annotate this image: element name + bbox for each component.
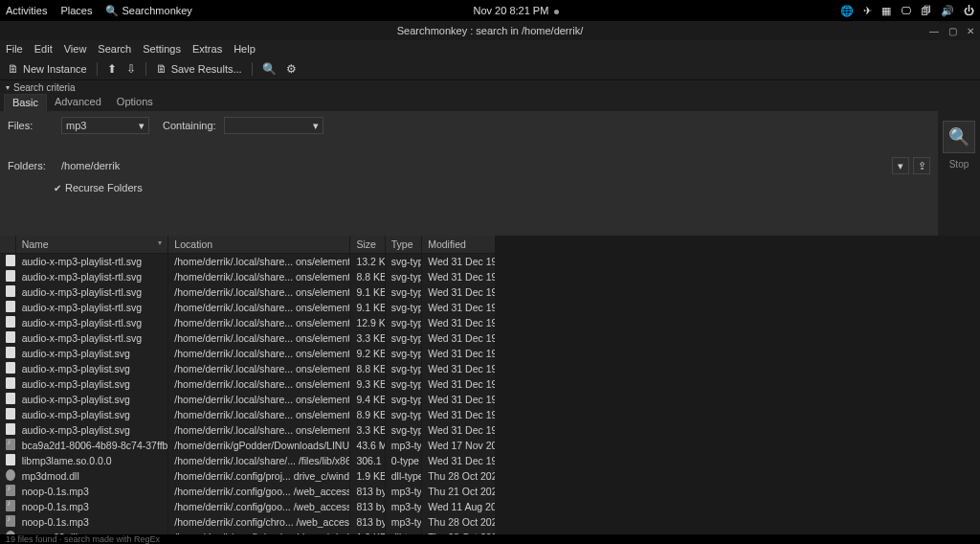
search-criteria-header[interactable]: ▾ Search criteria: [0, 80, 980, 94]
table-row[interactable]: audio-x-mp3-playlist-rtl.svg/home/derrik…: [0, 300, 496, 315]
tray-icon-5[interactable]: 🔊: [941, 5, 954, 17]
search-icon[interactable]: 🔍: [262, 62, 277, 76]
tray-icon-0[interactable]: 🌐: [840, 5, 854, 17]
window-close-button[interactable]: ✕: [967, 26, 974, 36]
cell-size: 9.2 KB: [350, 346, 385, 361]
cell-location: /home/derrik/.local/share... ons/element…: [168, 284, 350, 300]
tab-basic[interactable]: Basic: [4, 94, 47, 111]
file-icon: [6, 316, 15, 328]
cell-name: audio-x-mp3-playlist-rtl.svg: [15, 254, 168, 270]
app-menu[interactable]: 🔍 Searchmonkey: [105, 5, 191, 17]
import-icon[interactable]: ⬆: [107, 62, 117, 76]
tray-icon-1[interactable]: ✈: [863, 5, 872, 17]
tray-icon-6[interactable]: ⏻: [964, 5, 974, 16]
col-location[interactable]: Location: [168, 236, 350, 254]
preview-pane: [501, 236, 980, 534]
files-combo[interactable]: mp3 ▾: [61, 117, 149, 134]
table-row[interactable]: audio-x-mp3-playlist.svg/home/derrik/.lo…: [0, 422, 496, 438]
cell-location: /home/derrik/.local/share... ons/element…: [168, 315, 350, 330]
system-tray[interactable]: 🌐✈▦🖵🗐🔊⏻: [840, 5, 974, 17]
save-results-button[interactable]: 🗎 Save Results...: [156, 62, 242, 76]
table-row[interactable]: noop-0.1s.mp3/home/derrik/.config/goo...…: [0, 484, 496, 499]
cell-size: 813 bytes: [350, 499, 385, 514]
criteria-panel: Files: mp3 ▾ Containing: ▾ Folders: /hom…: [0, 111, 938, 236]
tab-advanced[interactable]: Advanced: [47, 94, 109, 111]
cell-size: 813 bytes: [350, 484, 385, 499]
table-row[interactable]: audio-x-mp3-playlist.svg/home/derrik/.lo…: [0, 407, 496, 422]
cell-type: svg-type: [385, 392, 421, 407]
cell-modified: Wed 31 Dec 1969 07: [422, 407, 496, 422]
cell-modified: Wed 31 Dec 1969 07: [422, 346, 496, 361]
clock[interactable]: Nov 20 8:21 PM: [192, 5, 840, 16]
menu-help[interactable]: Help: [234, 43, 256, 55]
cell-size: 43.6 MB: [350, 438, 385, 453]
table-row[interactable]: audio-x-mp3-playlist-rtl.svg/home/derrik…: [0, 330, 496, 346]
table-row[interactable]: bca9a2d1-8006-4b89-8c74-37ffbc17c082.mp3…: [0, 438, 496, 453]
cell-modified: Wed 31 Dec 1969 07: [422, 254, 496, 270]
cell-modified: Thu 28 Oct 2021 11:1: [422, 514, 496, 530]
col-size[interactable]: Size: [350, 236, 385, 254]
activities-button[interactable]: Activities: [6, 5, 47, 16]
table-row[interactable]: mp3dmod.dll/home/derrik/.config/proj... …: [0, 468, 496, 484]
menu-settings[interactable]: Settings: [143, 43, 181, 55]
menu-view[interactable]: View: [64, 43, 87, 55]
folder-browse-button[interactable]: ⇪: [913, 157, 930, 174]
table-row[interactable]: audio-x-mp3-playlist.svg/home/derrik/.lo…: [0, 392, 496, 407]
cell-type: svg-type: [385, 269, 421, 284]
menu-search[interactable]: Search: [98, 43, 131, 55]
cell-location: /home/derrik/.local/share... ons/element…: [168, 407, 350, 422]
cell-location: /home/derrik/.config/goo... /web_accessi…: [168, 484, 350, 499]
export-icon[interactable]: ⇩: [126, 62, 136, 76]
col-name[interactable]: Name▾: [15, 236, 168, 254]
results-table[interactable]: Name▾ Location Size Type Modified audio-…: [0, 236, 496, 534]
window-titlebar[interactable]: Searchmonkey : search in /home/derrik/ —…: [0, 21, 980, 40]
tab-options[interactable]: Options: [109, 94, 161, 111]
col-modified[interactable]: Modified: [422, 236, 496, 254]
cell-size: 13.2 KB: [350, 254, 385, 270]
table-row[interactable]: audio-x-mp3-playlist-rtl.svg/home/derrik…: [0, 254, 496, 270]
table-row[interactable]: audio-x-mp3-playlist-rtl.svg/home/derrik…: [0, 269, 496, 284]
table-row[interactable]: audio-x-mp3-playlist-rtl.svg/home/derrik…: [0, 284, 496, 300]
table-row[interactable]: audio-x-mp3-playlist-rtl.svg/home/derrik…: [0, 315, 496, 330]
cell-name: noop-0.1s.mp3: [15, 484, 168, 499]
tray-icon-4[interactable]: 🗐: [921, 5, 931, 16]
table-row[interactable]: noop-0.1s.mp3/home/derrik/.config/goo...…: [0, 499, 496, 514]
new-instance-button[interactable]: 🗎 New Instance: [8, 62, 87, 76]
cell-type: mp3-type: [385, 499, 421, 514]
table-row[interactable]: audio-x-mp3-playlist.svg/home/derrik/.lo…: [0, 376, 496, 392]
cell-name: audio-x-mp3-playlist.svg: [15, 407, 168, 422]
tray-icon-2[interactable]: ▦: [881, 5, 891, 17]
settings-icon[interactable]: ⚙: [286, 62, 297, 76]
stop-button[interactable]: Stop: [949, 159, 969, 170]
files-label: Files:: [8, 120, 54, 131]
tray-icon-3[interactable]: 🖵: [901, 5, 911, 16]
menu-extras[interactable]: Extras: [192, 43, 222, 55]
file-icon: [6, 270, 15, 282]
app-menu-label: Searchmonkey: [122, 5, 192, 16]
containing-combo[interactable]: ▾: [224, 117, 323, 134]
cell-location: /home/derrik/.local/share... ons/element…: [168, 300, 350, 315]
cell-modified: Wed 31 Dec 1969 07: [422, 300, 496, 315]
col-type[interactable]: Type: [385, 236, 421, 254]
chevron-down-icon: ▾: [313, 120, 319, 132]
table-row[interactable]: libmp3lame.so.0.0.0/home/derrik/.local/s…: [0, 453, 496, 468]
table-row[interactable]: audio-x-mp3-playlist.svg/home/derrik/.lo…: [0, 361, 496, 376]
places-menu[interactable]: Places: [60, 5, 92, 16]
table-row[interactable]: noop-0.1s.mp3/home/derrik/.config/chro..…: [0, 514, 496, 530]
cell-type: mp3-type: [385, 438, 421, 453]
menu-file[interactable]: File: [6, 43, 23, 55]
folder-history-button[interactable]: ▾: [892, 157, 909, 174]
cell-location: /home/derrik/.local/share... ons/element…: [168, 361, 350, 376]
cell-type: svg-type: [385, 330, 421, 346]
window-minimize-button[interactable]: —: [929, 26, 939, 36]
menu-edit[interactable]: Edit: [34, 43, 53, 55]
cell-location: /home/derrik/.config/proj... drive_c/win…: [168, 468, 350, 484]
folders-input[interactable]: /home/derrik: [61, 160, 884, 171]
run-search-button[interactable]: 🔍: [943, 121, 975, 153]
cell-location: /home/derrik/.config/goo... /web_accessi…: [168, 499, 350, 514]
table-row[interactable]: audio-x-mp3-playlist.svg/home/derrik/.lo…: [0, 346, 496, 361]
cell-size: 9.3 KB: [350, 376, 385, 392]
window-maximize-button[interactable]: ▢: [948, 26, 957, 36]
cell-modified: Wed 31 Dec 1969 07: [422, 269, 496, 284]
recurse-checkbox[interactable]: ✔ Recurse Folders: [8, 182, 930, 193]
